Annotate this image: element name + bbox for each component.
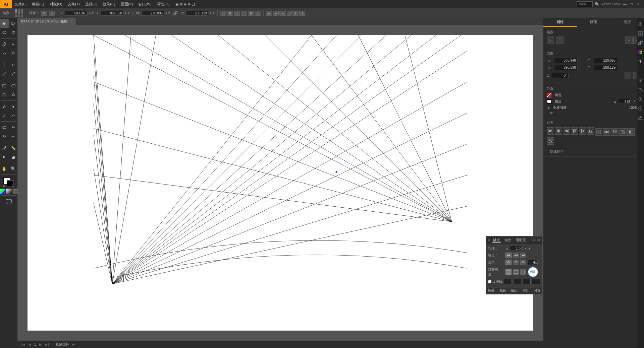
- align-bottom[interactable]: ⊥: [255, 11, 261, 16]
- panel-more-icon[interactable]: >>: [532, 238, 536, 242]
- properties-tab[interactable]: 属性: [543, 18, 577, 27]
- right-y-input[interactable]: [594, 58, 617, 63]
- opacity-tab[interactable]: 透明度: [515, 238, 527, 242]
- align-left-panel[interactable]: [547, 127, 554, 135]
- transform-2-icon[interactable]: [637, 86, 644, 93]
- history-icon[interactable]: [637, 95, 644, 103]
- menu-window[interactable]: 窗口(W): [136, 0, 154, 8]
- smooth-tool[interactable]: [9, 111, 18, 120]
- right-x2-input[interactable]: [554, 65, 578, 70]
- canvas-area[interactable]: [17, 25, 543, 341]
- page-back-btn[interactable]: ◀: [28, 343, 31, 346]
- align-center-h-panel[interactable]: [555, 127, 562, 135]
- arc-tool[interactable]: [9, 70, 18, 78]
- dist-center[interactable]: ⇥: [273, 11, 279, 16]
- bevel-join-btn[interactable]: [520, 260, 526, 265]
- panel-close-icon[interactable]: ✕: [538, 238, 540, 242]
- menu-effect[interactable]: 效果(C): [100, 0, 118, 8]
- eyedropper-tool[interactable]: [0, 144, 9, 152]
- dist-middle-panel[interactable]: [627, 128, 635, 136]
- round-cap-btn[interactable]: [513, 253, 519, 258]
- line-segment-tool[interactable]: [0, 70, 9, 78]
- maximize-button[interactable]: □: [629, 2, 634, 7]
- weight-dropdown[interactable]: ▼: [528, 247, 531, 250]
- menu-file[interactable]: 文件(F): [12, 0, 29, 8]
- artboard-tool[interactable]: [3, 197, 15, 206]
- chart-tool[interactable]: [9, 153, 18, 161]
- align-right[interactable]: ⊢: [234, 11, 240, 16]
- transform-strip-icon[interactable]: [637, 30, 644, 37]
- link-wh-button[interactable]: 🔗: [172, 10, 179, 16]
- align-center-v[interactable]: ⊕: [248, 11, 254, 16]
- pencil-tool[interactable]: [0, 111, 9, 120]
- butt-cap-btn[interactable]: [505, 253, 512, 258]
- swap-colors-icon[interactable]: ⇄: [3, 185, 5, 188]
- weight-spin-down[interactable]: ▼: [524, 247, 527, 250]
- align-center-h[interactable]: ⊕: [227, 11, 233, 16]
- measure-tool[interactable]: 📏: [9, 144, 18, 152]
- stroke-spin-down[interactable]: ▼: [633, 100, 636, 103]
- menu-help[interactable]: 帮助(H): [154, 0, 172, 8]
- stroke-spin-up[interactable]: ▲: [613, 99, 617, 103]
- text-tool[interactable]: T: [0, 61, 9, 69]
- no-fill-btn[interactable]: [13, 189, 19, 194]
- weight-spin-up[interactable]: ▲: [505, 247, 508, 250]
- stroke-swatch-panel[interactable]: [547, 99, 551, 104]
- gradient-tab[interactable]: 渐变: [503, 238, 513, 242]
- align-center-stroke-btn[interactable]: [505, 269, 512, 275]
- add-anchor-tool[interactable]: ✒: [9, 40, 18, 49]
- dist-right-panel[interactable]: [611, 128, 619, 136]
- links-icon[interactable]: 🔗: [637, 39, 644, 47]
- text-touch-tool[interactable]: T↑: [9, 61, 18, 69]
- eraser-tool[interactable]: [0, 123, 9, 132]
- text-strip-icon[interactable]: T: [637, 58, 644, 65]
- lasso-tool[interactable]: [0, 28, 9, 37]
- rectangle-tool[interactable]: [0, 81, 9, 90]
- dash-checkbox[interactable]: [488, 280, 491, 283]
- panel-settings-btn[interactable]: 设置: [534, 289, 540, 293]
- align-top-panel[interactable]: [571, 127, 578, 135]
- scissors-tool[interactable]: ✂: [9, 123, 18, 132]
- panel-options-btn[interactable]: 选项: [488, 289, 494, 293]
- align-inside-stroke-btn[interactable]: [513, 269, 519, 275]
- gap-val-2[interactable]: [532, 279, 540, 284]
- hand-tool[interactable]: ✋: [0, 164, 9, 173]
- dist-center-panel[interactable]: [603, 128, 610, 136]
- align-strip-icon[interactable]: [637, 67, 644, 75]
- stroke-weight-panel-input[interactable]: [619, 99, 631, 104]
- y-input[interactable]: [101, 11, 123, 16]
- reflect-tool[interactable]: ↔: [9, 132, 18, 141]
- menu-object[interactable]: 对象(O): [47, 0, 65, 8]
- w-input[interactable]: [141, 11, 164, 16]
- align-bottom-panel[interactable]: [587, 127, 594, 135]
- actions-icon[interactable]: [637, 105, 644, 112]
- weight-input[interactable]: [510, 246, 523, 251]
- menu-view[interactable]: 视图(V): [118, 0, 136, 8]
- curvature-tool[interactable]: [0, 49, 9, 58]
- rounded-rect-tool[interactable]: [9, 81, 18, 90]
- transform-btn-1[interactable]: ↖: [41, 11, 47, 16]
- dist-top[interactable]: ↕: [287, 11, 292, 16]
- page-forward-btn[interactable]: ▶: [39, 343, 42, 346]
- right-y2-input[interactable]: [594, 65, 617, 70]
- rotate-tool[interactable]: ↻: [0, 132, 9, 141]
- pen-tool[interactable]: [0, 40, 9, 49]
- stroke-tab[interactable]: 描边: [492, 238, 501, 243]
- polygon-tool[interactable]: [9, 90, 18, 99]
- projecting-cap-btn[interactable]: [520, 253, 526, 258]
- paintbrush-tool[interactable]: 🖌: [0, 102, 9, 111]
- file-tab[interactable]: XXXX.ai* @ 1200% (RGB/轮廓) ✕: [17, 18, 77, 25]
- zoom-tool[interactable]: 🔍: [9, 164, 18, 173]
- dist-bottom[interactable]: ↡: [299, 11, 305, 16]
- anchor-grid[interactable]: [15, 9, 23, 17]
- color-icon[interactable]: [637, 49, 644, 56]
- page-prev-btn[interactable]: |◀: [21, 343, 25, 346]
- convert-to-corner-btn[interactable]: ▷: [547, 37, 554, 44]
- remove-anchor-btn[interactable]: ⊣: [625, 37, 633, 44]
- stroke-panel-header[interactable]: ≡ 描边 渐变 透明度 >> ✕: [486, 236, 542, 244]
- align-left[interactable]: ⊣: [220, 11, 226, 16]
- panel-confirm-btn[interactable]: 确认: [511, 289, 517, 293]
- align-outside-stroke-btn[interactable]: [520, 269, 526, 275]
- dist-left-panel[interactable]: [595, 128, 602, 136]
- menu-edit[interactable]: 编辑(E): [29, 0, 47, 8]
